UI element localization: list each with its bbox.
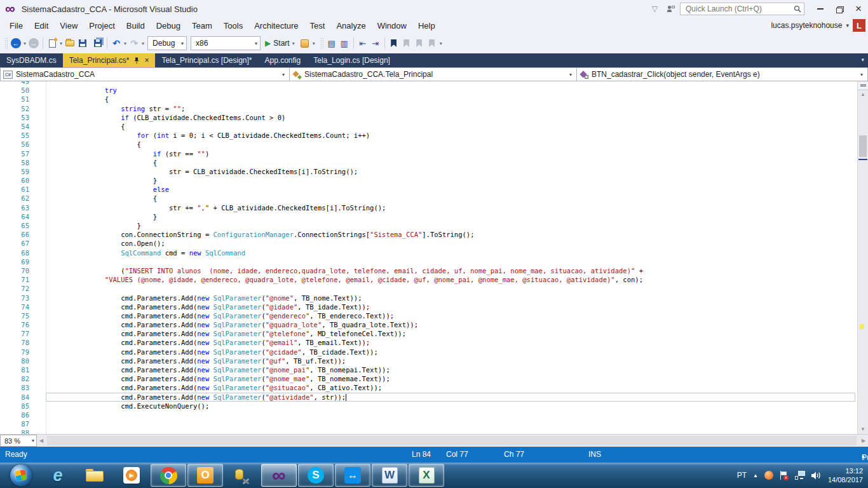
code-line-61[interactable]: 61 else xyxy=(0,185,857,194)
code-line-56[interactable]: 56 { xyxy=(0,140,857,149)
code-line-59[interactable]: 59 str = CLB_atividade.CheckedItems[i].T… xyxy=(0,167,857,176)
member-dropdown[interactable]: BTN_cadastrar_Click(object sender, Event… xyxy=(577,67,868,81)
menu-item-view[interactable]: View xyxy=(54,19,83,32)
menu-item-file[interactable]: File xyxy=(4,19,29,32)
code-line-52[interactable]: 52 string str = ""; xyxy=(0,104,857,113)
menu-item-analyze[interactable]: Analyze xyxy=(330,19,371,32)
code-line-66[interactable]: 66 con.ConnectionString = ConfigurationM… xyxy=(0,230,857,239)
pin-tab-icon[interactable] xyxy=(133,57,140,64)
code-line-72[interactable]: 72 xyxy=(0,284,857,293)
taskbar-sql-server-tool-button[interactable] xyxy=(224,464,260,487)
code-line-63[interactable]: 63 str += "," + CLB_atividade.CheckedIte… xyxy=(0,203,857,212)
increase-indent-button[interactable]: ⇥ xyxy=(370,36,381,50)
close-button[interactable]: × xyxy=(849,2,868,16)
code-line-86[interactable]: 86 xyxy=(0,410,857,419)
menu-item-architecture[interactable]: Architecture xyxy=(248,19,304,32)
hidden-icons-arrow-icon[interactable]: ▲ xyxy=(753,473,758,478)
close-tab-icon[interactable]: × xyxy=(144,56,149,65)
code-line-57[interactable]: 57 if (str == "") xyxy=(0,149,857,158)
redo-caret-icon[interactable]: ▾ xyxy=(142,41,144,46)
code-editor[interactable]: 4950 try51 {52 string str = "";53 if (CL… xyxy=(0,81,868,434)
menu-item-team[interactable]: Team xyxy=(186,19,218,32)
navigate-backward-caret-icon[interactable]: ▾ xyxy=(24,41,26,46)
vertical-scrollbar-thumb[interactable] xyxy=(859,135,867,157)
document-list-caret-icon[interactable]: ▾ xyxy=(861,57,864,63)
next-bookmark-button[interactable] xyxy=(414,36,425,50)
toolbar-options-caret-icon[interactable]: ▾ xyxy=(313,41,315,46)
decrease-indent-button[interactable]: ⇤ xyxy=(357,36,369,50)
code-line-70[interactable]: 70 ("INSERT INTO alunos (nome, idade, en… xyxy=(0,266,857,275)
taskbar-windows-explorer-button[interactable] xyxy=(77,464,112,487)
antivirus-icon[interactable] xyxy=(764,471,773,480)
code-line-50[interactable]: 50 try xyxy=(0,86,857,95)
project-dropdown[interactable]: C# SistemaCadastro_CCA ▾ xyxy=(0,67,290,81)
volume-icon[interactable] xyxy=(811,471,822,480)
taskbar-word-button[interactable]: W xyxy=(372,464,407,487)
restore-button[interactable] xyxy=(830,2,849,16)
quick-launch-box[interactable] xyxy=(680,3,804,15)
previous-bookmark-button[interactable] xyxy=(401,36,412,50)
toolbar-grip[interactable] xyxy=(320,37,323,49)
code-line-49[interactable]: 49 xyxy=(0,81,857,86)
code-line-79[interactable]: 79 cmd.Parameters.Add(new SqlParameter("… xyxy=(0,348,857,356)
code-line-71[interactable]: 71 "VALUES (@nome, @idade, @endereco, @q… xyxy=(0,275,857,284)
scroll-right-arrow-icon[interactable]: ▶ xyxy=(859,435,868,447)
save-button[interactable] xyxy=(77,36,88,50)
code-line-73[interactable]: 73 cmd.Parameters.Add(new SqlParameter("… xyxy=(0,294,857,302)
editor-zoom-dropdown[interactable]: 83 %▾ xyxy=(0,435,37,447)
code-line-88[interactable]: 88 xyxy=(0,428,857,434)
code-line-67[interactable]: 67 con.Open(); xyxy=(0,239,857,248)
menu-item-help[interactable]: Help xyxy=(412,19,441,32)
code-line-76[interactable]: 76 cmd.Parameters.Add(new SqlParameter("… xyxy=(0,320,857,329)
code-line-68[interactable]: 68 SqlCommand cmd = new SqlCommand xyxy=(0,248,857,257)
taskbar-internet-explorer-button[interactable]: e xyxy=(40,464,76,487)
menu-item-project[interactable]: Project xyxy=(83,19,120,32)
code-line-54[interactable]: 54 { xyxy=(0,122,857,131)
feedback-filter-icon[interactable]: ▽ xyxy=(652,4,658,13)
code-line-81[interactable]: 81 cmd.Parameters.Add(new SqlParameter("… xyxy=(0,365,857,374)
taskbar-chrome-button[interactable] xyxy=(151,464,186,487)
menu-item-test[interactable]: Test xyxy=(304,19,331,32)
taskbar-excel-button[interactable]: X xyxy=(409,464,444,487)
user-menu-caret-icon[interactable]: ▾ xyxy=(846,22,849,29)
send-feedback-icon[interactable] xyxy=(667,6,675,12)
code-line-75[interactable]: 75 cmd.Parameters.Add(new SqlParameter("… xyxy=(0,311,857,320)
tab-sysdbadm-cs[interactable]: SysDBADM.cs xyxy=(0,53,63,67)
clear-bookmarks-button[interactable] xyxy=(426,36,438,50)
code-line-80[interactable]: 80 cmd.Parameters.Add(new SqlParameter("… xyxy=(0,356,857,365)
toolbar-grip[interactable] xyxy=(4,37,8,49)
taskbar-clock[interactable]: 13:12 14/08/2017 xyxy=(828,466,863,484)
code-line-64[interactable]: 64 } xyxy=(0,212,857,221)
code-line-85[interactable]: 85 cmd.ExecuteNonQuery(); xyxy=(0,402,857,410)
code-line-77[interactable]: 77 cmd.Parameters.Add(new SqlParameter("… xyxy=(0,329,857,338)
code-line-53[interactable]: 53 if (CLB_atividade.CheckedItems.Count … xyxy=(0,113,857,122)
code-line-55[interactable]: 55 for (int i = 0; i < CLB_atividade.Che… xyxy=(0,131,857,140)
scroll-down-arrow-icon[interactable]: ▼ xyxy=(858,425,868,434)
undo-caret-icon[interactable]: ▾ xyxy=(124,41,126,46)
open-file-button[interactable] xyxy=(64,36,76,50)
undo-button[interactable]: ↶ xyxy=(111,36,122,50)
code-line-87[interactable]: 87 xyxy=(0,419,857,428)
taskbar-start-orb[interactable] xyxy=(3,464,39,487)
toolbar-overflow-caret-icon[interactable]: ▾ xyxy=(440,41,442,46)
menu-item-window[interactable]: Window xyxy=(372,19,412,32)
menu-item-tools[interactable]: Tools xyxy=(218,19,248,32)
new-file-caret-icon[interactable]: ▾ xyxy=(60,41,62,46)
tab-app-config[interactable]: App.config xyxy=(259,53,308,67)
navigate-backward-button[interactable]: ← xyxy=(10,36,22,50)
comment-lines-button[interactable]: ▤ xyxy=(326,36,337,50)
horizontal-scrollbar[interactable]: ◀ ▶ xyxy=(46,435,868,447)
solution-configuration-dropdown[interactable]: Debug▾ xyxy=(147,36,187,50)
code-line-62[interactable]: 62 { xyxy=(0,194,857,203)
redo-button[interactable]: ↷ xyxy=(128,36,140,50)
scroll-up-arrow-icon[interactable]: ▲ xyxy=(858,90,868,99)
language-indicator[interactable]: PT xyxy=(737,471,747,480)
code-line-78[interactable]: 78 cmd.Parameters.Add(new SqlParameter("… xyxy=(0,338,857,347)
taskbar-skype-button[interactable]: S xyxy=(298,464,334,487)
navigate-forward-button[interactable]: → xyxy=(28,36,39,50)
taskbar-outlook-button[interactable]: O xyxy=(187,464,223,487)
taskbar-teamviewer-button[interactable]: ↔ xyxy=(335,464,370,487)
taskbar-media-player-button[interactable]: ▶ xyxy=(114,464,149,487)
vertical-scrollbar[interactable]: ▲ ▼ xyxy=(857,81,868,434)
menu-item-build[interactable]: Build xyxy=(121,19,151,32)
